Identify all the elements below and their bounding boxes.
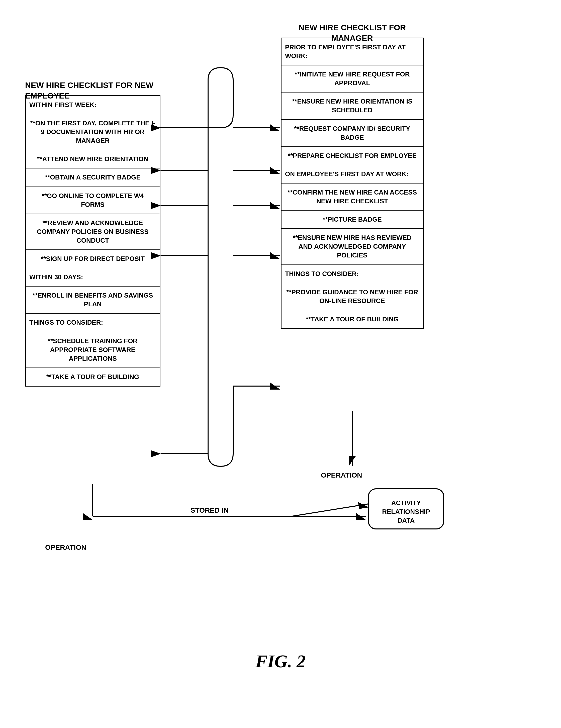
right-checklist-row: **ENSURE NEW HIRE HAS REVIEWED AND ACKNO…: [282, 229, 423, 265]
stored-in-label: STORED IN: [191, 506, 229, 514]
svg-text:ACTIVITY: ACTIVITY: [391, 499, 421, 507]
svg-line-19: [291, 504, 368, 516]
left-checklist-row: WITHIN FIRST WEEK:: [26, 96, 160, 114]
right-checklist-row: PRIOR TO EMPLOYEE'S FIRST DAY AT WORK:: [282, 38, 423, 65]
right-checklist-row: **REQUEST COMPANY ID/ SECURITY BADGE: [282, 120, 423, 147]
left-checklist-row: **SIGN UP FOR DIRECT DEPOSIT: [26, 250, 160, 268]
right-checklist-row: THINGS TO CONSIDER:: [282, 265, 423, 283]
right-checklist-row: **INITIATE NEW HIRE REQUEST FOR APPROVAL: [282, 65, 423, 93]
right-checklist-row: **PROVIDE GUIDANCE TO NEW HIRE FOR ON-LI…: [282, 283, 423, 310]
svg-text:RELATIONSHIP: RELATIONSHIP: [382, 508, 430, 515]
operation-label-left: OPERATION: [45, 543, 86, 552]
page: NEW HIRE CHECKLIST FOR NEW EMPLOYEE WITH…: [0, 0, 561, 728]
left-checklist: WITHIN FIRST WEEK:**ON THE FIRST DAY, CO…: [25, 95, 160, 387]
left-checklist-row: **ENROLL IN BENEFITS AND SAVINGS PLAN: [26, 287, 160, 314]
left-checklist-row: **OBTAIN A SECURITY BADGE: [26, 168, 160, 187]
left-checklist-row: **REVIEW AND ACKNOWLEDGE COMPANY POLICIE…: [26, 214, 160, 250]
activity-relationship-data: ACTIVITY RELATIONSHIP DATA: [366, 481, 446, 537]
left-checklist-row: **ON THE FIRST DAY, COMPLETE THE I-9 DOC…: [26, 114, 160, 150]
right-checklist-row: **PREPARE CHECKLIST FOR EMPLOYEE: [282, 147, 423, 165]
left-checklist-row: WITHIN 30 DAYS:: [26, 268, 160, 287]
svg-text:DATA: DATA: [398, 517, 415, 524]
right-checklist-row: **TAKE A TOUR OF BUILDING: [282, 310, 423, 328]
fig-label: FIG. 2: [255, 651, 306, 672]
right-checklist-row: **PICTURE BADGE: [282, 211, 423, 229]
left-checklist-row: **SCHEDULE TRAINING FOR APPROPRIATE SOFT…: [26, 332, 160, 368]
right-checklist-row: **ENSURE NEW HIRE ORIENTATION IS SCHEDUL…: [282, 93, 423, 120]
left-checklist-row: THINGS TO CONSIDER:: [26, 314, 160, 332]
left-checklist-row: **ATTEND NEW HIRE ORIENTATION: [26, 150, 160, 168]
diagram-container: NEW HIRE CHECKLIST FOR NEW EMPLOYEE WITH…: [15, 15, 546, 692]
left-checklist-row: **GO ONLINE TO COMPLETE W4 FORMS: [26, 187, 160, 214]
right-checklist-row: ON EMPLOYEE'S FIRST DAY AT WORK:: [282, 165, 423, 184]
left-checklist-row: **TAKE A TOUR OF BUILDING: [26, 368, 160, 386]
right-checklist-row: **CONFIRM THE NEW HIRE CAN ACCESS NEW HI…: [282, 184, 423, 211]
right-checklist: PRIOR TO EMPLOYEE'S FIRST DAY AT WORK:**…: [281, 38, 424, 329]
operation-label-right: OPERATION: [321, 471, 362, 479]
